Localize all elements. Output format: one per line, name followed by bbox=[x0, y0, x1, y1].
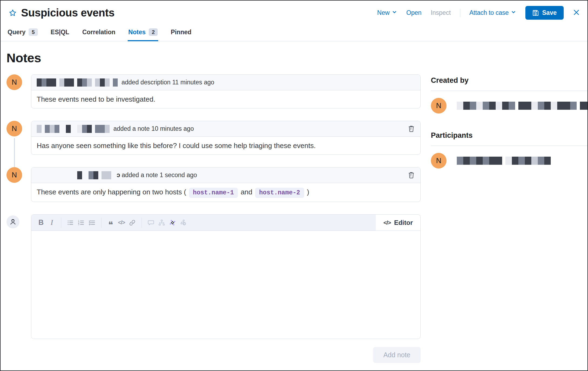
attach-to-case-button[interactable]: Attach to case bbox=[469, 9, 516, 16]
host-name-badge: host.name-1 bbox=[189, 188, 238, 198]
avatar: N bbox=[6, 121, 22, 136]
notes-sidebar: Created by N Participants N bbox=[421, 50, 588, 363]
tab-notes[interactable]: Notes2 bbox=[128, 26, 158, 41]
divider bbox=[431, 146, 588, 146]
thread-connector-line bbox=[14, 138, 15, 168]
comment-icon[interactable] bbox=[146, 217, 156, 229]
created-by-user: N bbox=[431, 98, 588, 114]
tab-query[interactable]: Query5 bbox=[7, 26, 38, 41]
unordered-list-icon[interactable] bbox=[65, 217, 76, 229]
timeline-tabs: Query5 ES|QL Correlation Notes2 Pinned bbox=[1, 22, 587, 41]
query-count-badge: 5 bbox=[29, 28, 38, 36]
avatar: N bbox=[6, 167, 22, 183]
ai-assistant-icon[interactable] bbox=[167, 217, 178, 229]
delete-note-icon[interactable] bbox=[408, 171, 415, 179]
ordered-list-icon[interactable]: 123 bbox=[76, 217, 87, 229]
save-button[interactable]: Save bbox=[525, 6, 564, 20]
note-body: These events are only happening on two h… bbox=[31, 183, 420, 202]
created-by-heading: Created by bbox=[431, 76, 588, 85]
host-name-badge: host.name-2 bbox=[255, 188, 304, 198]
note-header-text: added description 11 minutes ago bbox=[121, 79, 214, 86]
divider bbox=[431, 91, 588, 91]
svg-text:3: 3 bbox=[78, 223, 79, 226]
avatar: N bbox=[431, 98, 447, 114]
chevron-down-icon bbox=[511, 9, 516, 16]
note-item: N added a note 10 minutes ago Has any bbox=[6, 121, 421, 155]
editor-mode-toggle[interactable]: </> Editor bbox=[376, 215, 420, 231]
chevron-down-icon bbox=[392, 9, 397, 16]
toolbar-divider bbox=[101, 218, 102, 228]
redacted-username bbox=[457, 102, 588, 110]
quote-icon[interactable]: ❝ bbox=[105, 217, 116, 229]
inspect-button: Inspect bbox=[431, 9, 451, 16]
participants-heading: Participants bbox=[431, 131, 588, 140]
new-note-editor-row: B I 123 ❝ </> bbox=[6, 214, 421, 339]
investigate-timeline-icon[interactable] bbox=[178, 217, 189, 229]
page-title: Suspicious events bbox=[21, 7, 114, 19]
redacted-username-tail: ɔ bbox=[117, 171, 120, 179]
task-list-icon[interactable] bbox=[87, 217, 97, 229]
link-icon[interactable] bbox=[127, 217, 138, 229]
editor-toolbar: B I 123 ❝ </> bbox=[31, 215, 420, 231]
notes-count-badge: 2 bbox=[149, 28, 158, 36]
toolbar-divider bbox=[61, 218, 61, 228]
visualize-graph-icon[interactable] bbox=[156, 217, 167, 229]
delete-note-icon[interactable] bbox=[408, 125, 415, 132]
person-icon bbox=[9, 218, 17, 226]
timeline-header: Suspicious events New Open Inspect Attac… bbox=[1, 1, 587, 22]
code-icon[interactable]: </> bbox=[116, 217, 127, 229]
notes-heading: Notes bbox=[6, 50, 421, 65]
note-item: N added description 11 minutes ago These… bbox=[6, 74, 421, 108]
code-icon: </> bbox=[383, 219, 391, 226]
tab-esql[interactable]: ES|QL bbox=[50, 26, 70, 41]
close-icon[interactable] bbox=[573, 9, 580, 17]
note-header-text: added a note 10 minutes ago bbox=[113, 125, 194, 132]
note-item: N ɔ added a note 1 second ago bbox=[6, 167, 421, 202]
toolbar-divider bbox=[141, 218, 142, 228]
tab-correlation[interactable]: Correlation bbox=[82, 26, 116, 41]
bold-icon[interactable]: B bbox=[36, 217, 46, 229]
note-body: These events need to be investigated. bbox=[31, 90, 420, 108]
save-disk-icon bbox=[532, 10, 539, 16]
note-editor: B I 123 ❝ </> bbox=[31, 214, 421, 339]
header-divider bbox=[460, 9, 460, 17]
note-body: Has anyone seen something like this befo… bbox=[31, 137, 420, 154]
participant-user: N bbox=[431, 153, 588, 169]
redacted-username bbox=[37, 78, 118, 87]
redacted-username bbox=[37, 125, 110, 133]
avatar: N bbox=[431, 153, 447, 169]
tab-pinned[interactable]: Pinned bbox=[170, 26, 192, 41]
add-note-button[interactable]: Add note bbox=[373, 347, 421, 363]
current-user-avatar bbox=[6, 215, 19, 228]
italic-icon[interactable]: I bbox=[46, 217, 57, 229]
redacted-username bbox=[77, 171, 111, 179]
favorite-star-icon[interactable] bbox=[9, 9, 17, 17]
note-textarea[interactable] bbox=[31, 231, 420, 339]
note-header-text: added a note 1 second ago bbox=[122, 171, 197, 179]
redacted-username bbox=[457, 157, 551, 165]
avatar: N bbox=[6, 74, 22, 90]
open-button[interactable]: Open bbox=[406, 9, 421, 16]
new-menu-button[interactable]: New bbox=[377, 9, 397, 16]
